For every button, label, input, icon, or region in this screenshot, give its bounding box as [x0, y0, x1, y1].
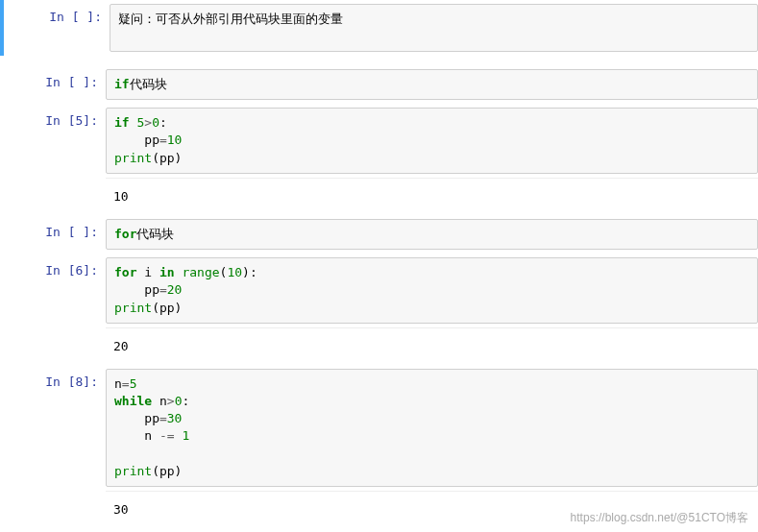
cell-output-row: 20 — [0, 332, 758, 361]
cell-output: 10 — [106, 182, 758, 211]
cell-input[interactable]: n=5 while n>0: pp=30 n -= 1 print(pp) — [106, 369, 758, 487]
cell[interactable]: In [6]: for i in range(10): pp=20 print(… — [0, 254, 758, 365]
separator — [106, 178, 758, 179]
cell-input[interactable]: if代码块 — [106, 69, 758, 100]
cell[interactable]: In [8]: n=5 while n>0: pp=30 n -= 1 prin… — [0, 365, 758, 528]
separator — [106, 327, 758, 328]
code-token: for — [114, 227, 136, 241]
prompt: In [ ]: — [0, 219, 106, 250]
cell[interactable]: In [5]: if 5>0: pp=10 print(pp) 10 — [0, 104, 758, 215]
cell-input[interactable]: 疑问：可否从外部引用代码块里面的变量 — [110, 4, 758, 52]
cell-input[interactable]: for i in range(10): pp=20 print(pp) — [106, 257, 758, 324]
cell-selected[interactable]: In [ ]: 疑问：可否从外部引用代码块里面的变量 — [0, 0, 758, 56]
cell[interactable]: In [ ]: for代码块 — [0, 215, 758, 254]
cell[interactable]: In [ ]: if代码块 — [0, 65, 758, 104]
prompt: In [5]: — [0, 108, 106, 174]
cell-input[interactable]: if 5>0: pp=10 print(pp) — [106, 108, 758, 174]
prompt: In [8]: — [0, 369, 106, 487]
watermark: https://blog.csdn.net/@51CTO博客 — [571, 510, 748, 526]
separator — [106, 491, 758, 492]
code-token: 代码块 — [136, 227, 174, 241]
code-token: 代码块 — [130, 77, 167, 91]
prompt: In [ ]: — [4, 4, 110, 52]
cell-input[interactable]: for代码块 — [106, 219, 758, 250]
prompt: In [6]: — [0, 257, 106, 324]
cell-output: 20 — [106, 332, 758, 361]
code-token: if — [114, 77, 130, 91]
cell-output-row: 10 — [0, 182, 758, 211]
prompt: In [ ]: — [0, 69, 106, 100]
